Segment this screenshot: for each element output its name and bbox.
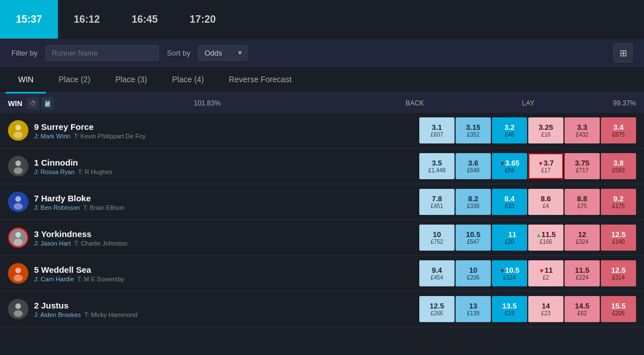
odds-cell-back2[interactable]: 3.6 £648 [456, 153, 491, 179]
odds-cell-back2[interactable]: 10 £206 [456, 260, 491, 286]
odds-amount: £338 [467, 203, 479, 209]
runner-row: 2 JustusJ: Aiden BrookesT: Micky Hammond… [0, 291, 644, 327]
odds-value: 13.5 [502, 302, 516, 310]
odds-value: ▲11.5 [536, 230, 555, 239]
odds-cell-back3[interactable]: 7.8 £451 [419, 189, 454, 215]
runner-details: 2 JustusJ: Aiden BrookesT: Micky Hammond [34, 301, 419, 318]
odds-value: 9.2 [613, 195, 624, 203]
odds-cell-back1[interactable]: 3.2 £46 [492, 117, 527, 143]
runner-name-input[interactable] [45, 45, 159, 61]
grid-icon-button[interactable]: ⊞ [613, 43, 633, 62]
odds-value: ▼3.65 [499, 159, 519, 167]
odds-amount: £1,448 [428, 167, 446, 174]
odds-amount: £59 [505, 167, 515, 174]
market-tab-place--2-[interactable]: Place (2) [46, 67, 103, 94]
silks-icon-button[interactable]: 🎽 [41, 97, 54, 109]
odds-value: 9.4 [432, 266, 442, 274]
odds-cell-lay1[interactable]: 3.25 £16 [528, 117, 563, 143]
odds-amount: £454 [431, 274, 443, 281]
odds-cell-lay1[interactable]: 14 £23 [528, 296, 563, 322]
odds-cell-lay2[interactable]: 12 £324 [565, 225, 600, 251]
odds-value: 3.25 [538, 123, 553, 132]
odds-amount: £4 [542, 203, 549, 209]
odds-cell-back3[interactable]: 12.5 £266 [419, 296, 454, 322]
clock-icon-button[interactable]: ⏱ [27, 97, 39, 109]
odds-value: 3.6 [468, 159, 478, 167]
odds-cell-lay2[interactable]: 11.5 £224 [565, 260, 600, 286]
odds-grid: 7.8 £451 8.2 £338 8.4 £33 8.6 £4 8.8 £75… [419, 189, 636, 215]
runner-name: 5 Weddell Sea [34, 265, 419, 274]
odds-amount: £62 [578, 310, 587, 316]
odds-cell-lay2[interactable]: 8.8 £75 [565, 189, 600, 215]
time-tab-1645[interactable]: 16:45 [116, 0, 174, 39]
runner-avatar [8, 263, 28, 284]
runner-meta: J: Mark WinnT: Kevin Philippart De Foy [34, 133, 419, 140]
runner-meta: J: Jason HartT: Charlie Johnston [34, 240, 419, 247]
odds-cell-lay3[interactable]: 12.5 £314 [601, 260, 636, 286]
odds-cell-lay3[interactable]: 3.8 £563 [601, 153, 636, 179]
odds-amount: £33 [505, 203, 515, 209]
odds-value: 10 [433, 230, 441, 239]
odds-cell-lay2[interactable]: 3.75 £717 [565, 153, 600, 179]
time-tab-1537[interactable]: 15:37 [0, 0, 58, 39]
win-label: WIN [8, 99, 22, 108]
odds-amount: £20 [505, 239, 515, 245]
odds-amount: £875 [612, 132, 625, 138]
market-tab-place--4-[interactable]: Place (4) [159, 67, 216, 94]
odds-cell-lay2[interactable]: 14.5 £62 [565, 296, 600, 322]
odds-cell-lay1[interactable]: ▲11.5 £166 [528, 225, 563, 251]
odds-cell-lay3[interactable]: 9.2 £175 [601, 189, 636, 215]
odds-cell-back1[interactable]: ▼3.65 £59 [492, 153, 527, 179]
odds-amount: £563 [612, 167, 625, 174]
odds-cell-back1[interactable]: ▼10.5 £124 [492, 260, 527, 286]
market-tab-win[interactable]: WIN [6, 67, 46, 94]
odds-cell-back3[interactable]: 10 £752 [419, 225, 454, 251]
odds-cell-back3[interactable]: 3.1 £607 [419, 117, 454, 143]
runners-list: 9 Surrey ForceJ: Mark WinnT: Kevin Phili… [0, 113, 644, 327]
odds-amount: £139 [467, 310, 479, 316]
odds-cell-lay1[interactable]: ▼11 £2 [528, 260, 563, 286]
odds-cell-back2[interactable]: 10.5 £547 [456, 225, 491, 251]
odds-cell-lay3[interactable]: 12.5 £140 [601, 225, 636, 251]
odds-value: 3.1 [432, 123, 442, 132]
odds-amount: £451 [431, 203, 443, 209]
sort-select[interactable]: Odds Name Number [198, 45, 247, 61]
odds-cell-back3[interactable]: 9.4 £454 [419, 260, 454, 286]
runner-details: 3 YorkindnessJ: Jason HartT: Charlie Joh… [34, 229, 419, 247]
trainer-label: T: R Hughes [78, 168, 113, 175]
runner-name: 3 Yorkindness [34, 229, 419, 239]
trainer-label: T: M E Sowersby [77, 276, 124, 282]
odds-cell-back2[interactable]: 13 £139 [456, 296, 491, 322]
odds-cell-back1[interactable]: 13.5 £19 [492, 296, 527, 322]
time-tab-1612[interactable]: 16:12 [58, 0, 116, 39]
odds-cell-lay3[interactable]: 15.5 £205 [601, 296, 636, 322]
svg-point-10 [15, 303, 21, 309]
runner-avatar [8, 192, 28, 212]
trainer-label: T: Kevin Philippart De Foy [74, 133, 146, 140]
odds-cell-lay3[interactable]: 3.4 £875 [601, 117, 636, 143]
runner-meta: J: Ben RobinsonT: Brian Ellison [34, 204, 419, 211]
runner-row: 7 Hardy BlokeJ: Ben RobinsonT: Brian Ell… [0, 184, 644, 220]
jockey-label: J: Aiden Brookes [34, 311, 81, 318]
odds-cell-back2[interactable]: 8.2 £338 [456, 189, 491, 215]
odds-cell-back3[interactable]: 3.5 £1,448 [419, 153, 454, 179]
odds-cell-back2[interactable]: 3.15 £352 [456, 117, 491, 143]
runner-info: 2 JustusJ: Aiden BrookesT: Micky Hammond [8, 299, 419, 319]
market-tab-reverse-forecast[interactable]: Reverse Forecast [216, 67, 304, 94]
runner-avatar [8, 120, 28, 141]
odds-cell-lay1[interactable]: 8.6 £4 [528, 189, 563, 215]
odds-cell-back1[interactable]: 8.4 £33 [492, 189, 527, 215]
odds-amount: £17 [541, 167, 551, 174]
odds-value: 3.8 [613, 159, 624, 167]
odds-amount: £166 [540, 239, 552, 245]
odds-amount: £19 [505, 310, 515, 316]
market-tab-place--3-[interactable]: Place (3) [103, 67, 159, 94]
filter-label: Filter by [11, 49, 37, 57]
odds-cell-lay2[interactable]: 3.3 £432 [565, 117, 600, 143]
odds-value: 3.3 [577, 123, 587, 132]
back-header-label: BACK [358, 99, 472, 107]
time-tab-1720[interactable]: 17:20 [174, 0, 231, 39]
odds-cell-lay1[interactable]: ▼3.7 £17 [528, 153, 563, 179]
odds-cell-back1[interactable]: ▲11 £20 [492, 225, 527, 251]
trainer-label: T: Brian Ellison [83, 204, 125, 211]
